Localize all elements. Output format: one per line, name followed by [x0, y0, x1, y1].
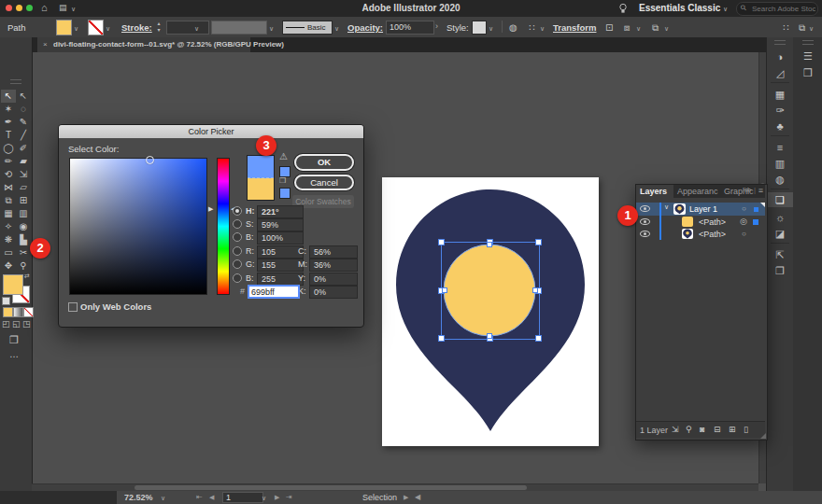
- selection-indicator[interactable]: [754, 207, 758, 212]
- prev-artboard-icon[interactable]: ◀: [209, 494, 214, 501]
- fill-proxy-swatch[interactable]: [3, 274, 23, 295]
- rotate-tool[interactable]: ⟲: [1, 168, 16, 181]
- artboard-chevron-icon[interactable]: ∨: [262, 495, 266, 502]
- collect-export-icon[interactable]: ⇲: [672, 425, 679, 434]
- shape-builder-tool[interactable]: ⧉: [1, 194, 16, 207]
- default-fill-stroke-icon[interactable]: [2, 297, 10, 305]
- brushes-icon[interactable]: ✑: [767, 103, 793, 118]
- web-safe-swatch[interactable]: [279, 188, 291, 199]
- gamut-warning-icon[interactable]: ⚠: [279, 151, 288, 161]
- search-input[interactable]: [750, 3, 817, 15]
- transparency-icon[interactable]: ◍: [767, 172, 793, 187]
- s-radio[interactable]: [233, 219, 242, 229]
- stroke-weight-select[interactable]: [166, 21, 209, 35]
- color-mode-button[interactable]: [3, 307, 13, 317]
- appearance-icon[interactable]: ☼: [767, 210, 793, 225]
- layer-name[interactable]: Layer 1: [689, 204, 717, 214]
- y-field[interactable]: 0%: [309, 273, 358, 286]
- column-graph-tool[interactable]: ▙: [16, 233, 31, 246]
- selection-tool[interactable]: ↖: [1, 90, 16, 103]
- visibility-eye-icon[interactable]: [640, 205, 650, 212]
- hue-marker-left-icon[interactable]: ▶: [208, 205, 213, 213]
- export-icon[interactable]: ⇱: [767, 247, 793, 262]
- swatches-icon[interactable]: ▦: [767, 87, 793, 102]
- b-radio[interactable]: [233, 232, 242, 242]
- zoom-level[interactable]: 72.52%: [124, 493, 153, 502]
- selection-handle[interactable]: [438, 335, 445, 342]
- slice-tool[interactable]: ✂: [16, 246, 31, 259]
- workspace-switcher[interactable]: Essentials Classic: [639, 3, 720, 13]
- hue-slider[interactable]: [217, 158, 230, 295]
- transform-link[interactable]: Transform: [553, 22, 596, 33]
- fill-color-swatch[interactable]: [56, 20, 72, 35]
- panel-resize-grip[interactable]: [760, 433, 766, 439]
- close-tab-icon[interactable]: ×: [43, 37, 48, 52]
- b2-radio[interactable]: [233, 273, 242, 283]
- distribute-objects-icon[interactable]: ⧉: [652, 22, 659, 34]
- gradient-tool[interactable]: ▥: [16, 207, 31, 220]
- bounding-box-icon[interactable]: ⊡: [605, 22, 613, 33]
- g-field[interactable]: 155: [257, 259, 304, 272]
- selection-indicator[interactable]: [753, 219, 758, 225]
- panel-grip[interactable]: [10, 79, 21, 84]
- style-swatch[interactable]: [472, 21, 487, 35]
- gradient-panel-icon[interactable]: ▥: [767, 156, 793, 171]
- ellipse-tool[interactable]: ◯: [1, 142, 16, 155]
- layer-thumbnail[interactable]: [673, 203, 686, 215]
- selection-handle[interactable]: [535, 335, 542, 342]
- first-artboard-icon[interactable]: ⇤: [196, 493, 203, 501]
- layer-row-path-pin[interactable]: <Path> ○: [636, 228, 765, 240]
- locate-object-icon[interactable]: ⚲: [686, 425, 692, 434]
- arrange-dots-icon[interactable]: ∷: [783, 22, 788, 33]
- target-circle-selected-icon[interactable]: ◎: [740, 216, 747, 228]
- visibility-eye-icon[interactable]: [640, 218, 650, 225]
- isolate-icon[interactable]: ⧉: [799, 22, 805, 34]
- line-segment-tool[interactable]: ╱: [16, 129, 31, 142]
- opacity-field[interactable]: 100%: [386, 21, 434, 35]
- gradient-mode-button[interactable]: [13, 307, 23, 317]
- free-transform-tool[interactable]: ▱: [16, 181, 31, 194]
- opacity-label[interactable]: Opacity:: [347, 22, 383, 33]
- m-field[interactable]: 36%: [309, 259, 358, 272]
- lasso-tool[interactable]: ◌: [16, 103, 31, 116]
- type-tool[interactable]: T: [1, 129, 16, 142]
- h-field[interactable]: 221°: [257, 205, 304, 218]
- new-sublayer-icon[interactable]: ⊟: [714, 425, 721, 434]
- hand-tool[interactable]: ✥: [1, 259, 16, 273]
- anchor-point[interactable]: [487, 242, 492, 247]
- lightbulb-icon[interactable]: [618, 3, 628, 15]
- stroke-color-swatch[interactable]: [88, 20, 104, 35]
- selection-handle[interactable]: [438, 239, 445, 245]
- visibility-eye-icon[interactable]: [640, 231, 650, 237]
- stroke-panel-icon[interactable]: ≡: [767, 140, 793, 155]
- panel-grip[interactable]: [774, 40, 786, 45]
- zoom-tool[interactable]: ⚲: [16, 259, 31, 273]
- draw-normal-icon[interactable]: ◰: [2, 319, 10, 329]
- stepper-down-icon[interactable]: ▾: [155, 27, 163, 34]
- status-expand-icon[interactable]: ▶: [404, 494, 408, 501]
- r-radio[interactable]: [233, 246, 242, 256]
- web-safe-cube-icon[interactable]: ❒: [279, 176, 286, 185]
- libraries-icon[interactable]: ☰: [795, 49, 821, 63]
- artboards-icon[interactable]: ❐: [767, 263, 793, 278]
- layer-row-path-circle[interactable]: <Path> ◎: [636, 216, 765, 228]
- stock-search-box[interactable]: ⚲: [736, 2, 818, 16]
- r-field[interactable]: 105: [257, 245, 304, 259]
- horizontal-scrollbar-thumb[interactable]: [135, 485, 527, 490]
- mesh-tool[interactable]: ▦: [1, 207, 16, 220]
- selection-bounding-box[interactable]: [441, 242, 540, 340]
- asset-export-icon[interactable]: ◪: [767, 226, 793, 241]
- layer-thumbnail[interactable]: [682, 217, 693, 227]
- learn-icon[interactable]: ❒: [795, 65, 821, 80]
- draw-inside-icon[interactable]: ◳: [22, 319, 31, 329]
- perspective-grid-tool[interactable]: ⊞: [16, 194, 31, 207]
- artboard-number-field[interactable]: 1: [222, 492, 263, 503]
- layer-name[interactable]: <Path>: [699, 230, 726, 239]
- only-web-checkbox[interactable]: [68, 302, 78, 312]
- layer-row-layer1[interactable]: ∨ Layer 1 ○: [636, 203, 765, 216]
- paintbrush-tool[interactable]: ✐: [16, 142, 31, 155]
- panel-grip[interactable]: [802, 40, 814, 45]
- new-layer-icon[interactable]: ⊞: [729, 425, 736, 434]
- tab-appearance[interactable]: Appearanc: [673, 185, 720, 198]
- pen-tool[interactable]: ✒: [1, 116, 16, 129]
